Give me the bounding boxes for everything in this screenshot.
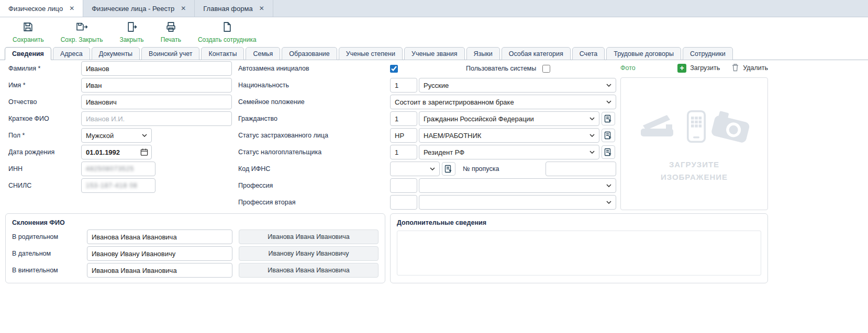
inn-input-masked[interactable]: 482508073525 [81,162,155,176]
window-tab-bar: Физическое лицо ✕ Физические лица - Реес… [0,0,868,17]
tab-trudovye-dogovory[interactable]: Трудовые договоры [606,47,681,60]
tab-voinskiy-uchet[interactable]: Воинский учет [141,47,199,60]
inn-label: ИНН [8,165,81,173]
genitive-input[interactable] [87,229,232,244]
short-fio-input[interactable] [81,111,232,126]
tab-yazyki[interactable]: Языки [466,47,500,60]
ifns-pick-button[interactable] [442,162,455,176]
insured-status-pick-button[interactable] [602,129,615,142]
birth-date-label: Дата рождения [8,148,81,156]
create-employee-icon [221,21,232,35]
insured-status-code-input[interactable] [390,128,417,143]
taxpayer-status-value: Резидент РФ [424,148,464,156]
tab-scheta[interactable]: Счета [572,47,605,60]
save-button[interactable]: Сохранить [13,21,44,43]
smartphone-icon [687,110,706,145]
first-name-label: Имя * [8,82,81,89]
ifns-code-select[interactable] [390,162,440,176]
save-close-icon [76,21,88,35]
tab-semya[interactable]: Семья [246,47,280,60]
status-data-column: Автозамена инициалов Пользователь систем… [238,60,616,211]
tab-adresa[interactable]: Адреса [53,47,90,60]
taxpayer-status-select[interactable]: Резидент РФ [419,145,599,159]
dative-suggestion-button[interactable]: Иванову Ивану Ивановичу [239,246,379,261]
dative-input[interactable] [87,246,232,261]
camera-icon [709,108,753,147]
window-tab-person[interactable]: Физическое лицо ✕ [0,0,83,17]
taxpayer-status-pick-button[interactable] [602,145,615,159]
middle-name-input[interactable] [81,95,232,109]
tab-svedeniya[interactable]: Сведения [5,47,51,60]
photo-upload-button[interactable]: + Загрузить [677,64,720,73]
tab-sotrudniki[interactable]: Сотрудники [683,47,733,60]
photo-dropzone[interactable]: ЗАГРУЗИТЕ ИЗОБРАЖЕНИЕ [620,77,768,210]
citizenship-select[interactable]: Гражданин Российской Федерации [419,111,599,126]
scanner-icon [639,113,681,142]
citizenship-label: Гражданство [238,115,390,122]
middle-name-label: Отчество [8,98,81,106]
system-user-checkbox[interactable] [542,65,550,73]
gender-value: Мужской [86,132,114,140]
save-close-button[interactable]: Сохр. Закрыть [61,21,103,43]
accusative-input[interactable] [87,263,232,278]
form-tab-bar: Сведения Адреса Документы Воинский учет … [0,47,868,60]
close-label: Закрыть [119,36,143,43]
insured-status-label: Статус застрахованного лица [238,132,390,139]
tab-osobaya-kategoriya[interactable]: Особая категория [502,47,571,60]
last-name-input[interactable] [81,61,232,76]
pass-number-input[interactable] [546,162,616,176]
personal-data-column: Фамилия * Имя * Отчество Краткое ФИО Пол… [8,60,233,194]
close-tab-icon[interactable]: ✕ [181,5,186,12]
profession-second-code-input[interactable] [390,195,417,210]
short-fio-label: Краткое ФИО [8,115,81,122]
citizenship-value: Гражданин Российской Федерации [424,115,534,123]
chevron-down-icon [589,151,595,154]
gender-label: Пол * [8,132,81,139]
nationality-select[interactable]: Русские [419,78,616,93]
window-tab-main-form[interactable]: Главная форма ✕ [195,0,273,17]
profession-code-input[interactable] [390,178,417,193]
accusative-suggestion-button[interactable]: Иванова Ивана Ивановича [239,263,379,278]
citizenship-code-input[interactable] [390,111,417,126]
nationality-value: Русские [424,82,449,89]
profession-select[interactable] [419,178,616,193]
taxpayer-status-label: Статус налогоплательщика [238,148,390,156]
genitive-suggestion-button[interactable]: Иванова Ивана Ивановича [239,229,379,244]
genitive-label: В родительном [12,233,87,240]
photo-delete-button[interactable]: Удалить [731,63,768,73]
plus-icon: + [677,64,686,73]
tab-obrazovanie[interactable]: Образование [282,47,337,60]
photo-label: Фото [620,64,636,72]
first-name-input[interactable] [81,78,232,93]
chevron-down-icon [142,134,147,137]
print-button[interactable]: Печать [161,21,181,43]
photo-section: Фото + Загрузить Удалить [620,61,768,210]
chevron-down-icon [606,201,611,204]
tab-uchenye-zvaniya[interactable]: Ученые звания [404,47,465,60]
taxpayer-status-code-input[interactable] [390,145,417,159]
marital-status-label: Семейное положение [238,98,390,106]
photo-placeholder-text: ЗАГРУЗИТЕ ИЗОБРАЖЕНИЕ [661,158,728,183]
profession-second-label: Профессия вторая [238,199,390,206]
gender-select[interactable]: Мужской [81,128,152,143]
tab-uchenye-stepeni[interactable]: Ученые степени [339,47,403,60]
chevron-down-icon [606,100,611,104]
close-tab-icon[interactable]: ✕ [259,5,264,12]
citizenship-pick-button[interactable] [602,112,615,125]
close-button[interactable]: Закрыть [119,21,143,43]
tab-kontakty[interactable]: Контакты [201,47,244,60]
auto-initials-checkbox[interactable] [390,65,398,73]
tab-dokumenty[interactable]: Документы [92,47,140,60]
calendar-icon[interactable] [140,148,148,156]
chevron-down-icon [589,117,595,120]
profession-second-select[interactable] [419,195,616,210]
snils-input-masked[interactable]: 153-187-418 08 [81,178,155,193]
additional-info-textarea[interactable] [397,231,761,275]
window-tab-persons-registry[interactable]: Физические лица - Реестр ✕ [83,0,195,17]
close-tab-icon[interactable]: ✕ [69,5,74,12]
marital-status-value: Состоит в зарегистрированном браке [395,98,514,106]
create-employee-button[interactable]: Создать сотрудника [198,21,257,43]
nationality-code-input[interactable] [390,78,417,93]
marital-status-select[interactable]: Состоит в зарегистрированном браке [390,95,616,109]
insured-status-select[interactable]: НАЕМ/РАБОТНИК [419,128,599,143]
